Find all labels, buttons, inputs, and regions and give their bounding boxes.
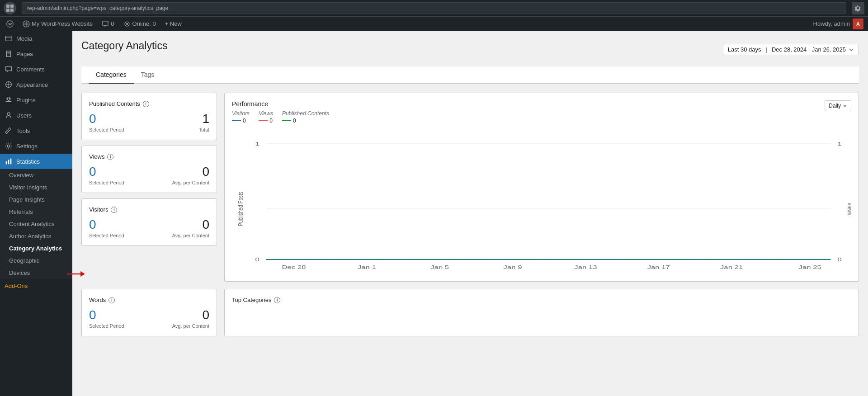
- views-avg: 0 Avg. per Content: [172, 165, 209, 185]
- tab-tags[interactable]: Tags: [134, 66, 162, 84]
- svg-rect-1: [10, 5, 14, 8]
- statistics-arrow: [65, 159, 68, 164]
- svg-rect-12: [6, 161, 7, 164]
- chart-legend: Visitors 0 Views 0: [232, 110, 329, 124]
- svg-text:0: 0: [255, 257, 259, 263]
- submenu-visitor-insights[interactable]: Visitor Insights: [0, 181, 72, 193]
- wp-logo-item[interactable]: W: [2, 17, 18, 31]
- svg-text:Jan 25: Jan 25: [799, 264, 821, 270]
- svg-text:Dec 28: Dec 28: [282, 264, 306, 270]
- statistics-submenu: Overview Visitor Insights Page Insights …: [0, 169, 72, 279]
- interval-select[interactable]: Daily: [825, 100, 851, 111]
- published-contents-values: 0 Selected Period 1 Total: [89, 113, 209, 132]
- sidebar-item-plugins[interactable]: Plugins: [0, 92, 72, 108]
- visitors-info-icon[interactable]: i: [111, 207, 117, 213]
- published-contents-info-icon[interactable]: i: [143, 101, 149, 107]
- svg-rect-3: [10, 9, 14, 12]
- svg-text:Jan 13: Jan 13: [574, 264, 597, 270]
- svg-text:Jan 21: Jan 21: [720, 264, 743, 270]
- submenu-geographic[interactable]: Geographic: [0, 255, 72, 267]
- svg-rect-8: [5, 36, 12, 41]
- user-avatar: A: [853, 19, 863, 29]
- views-title: Views i: [89, 153, 209, 160]
- sidebar-item-appearance[interactable]: Appearance: [0, 77, 72, 92]
- words-period: 0 Selected Period: [89, 309, 124, 329]
- performance-svg: 1 0 1 0 Dec 28 Jan 1 Jan 5 Jan 9 Jan 13 …: [232, 129, 851, 274]
- published-legend-line: [282, 120, 291, 121]
- wp-admin-bar: W My WordPress Website 0 Online: 0 + New…: [0, 16, 868, 31]
- svg-point-11: [7, 145, 9, 147]
- views-info-icon[interactable]: i: [107, 154, 113, 160]
- published-contents-period: 0 Selected Period: [89, 113, 124, 132]
- submenu-referrals[interactable]: Referrals: [0, 206, 72, 218]
- top-categories-info-icon[interactable]: i: [274, 297, 280, 303]
- sidebar-item-users[interactable]: Users: [0, 108, 72, 123]
- legend-published: Published Contents 0: [282, 110, 329, 124]
- page-header: Category Analytics Last 30 days | Dec 28…: [81, 40, 859, 59]
- svg-point-7: [126, 23, 128, 25]
- legend-views: Views 0: [259, 110, 273, 124]
- visitors-period: 0 Selected Period: [89, 218, 124, 238]
- sidebar-item-settings[interactable]: Settings: [0, 138, 72, 154]
- new-item[interactable]: + New: [160, 17, 186, 31]
- published-contents-card: Published Contents i 0 Selected Period 1…: [81, 93, 217, 140]
- chart-title-section: Performance Visitors 0 Views: [232, 100, 329, 124]
- svg-text:0: 0: [838, 257, 842, 263]
- sidebar-item-comments[interactable]: Comments: [0, 61, 72, 77]
- words-info-icon[interactable]: i: [108, 297, 115, 303]
- visitors-title: Visitors i: [89, 206, 209, 213]
- browser-settings-button[interactable]: [852, 2, 864, 14]
- browser-url-bar[interactable]: /wp-admin/admin.php?page=wps_category-an…: [22, 2, 846, 14]
- add-ons-item[interactable]: Add-Ons: [0, 279, 72, 293]
- howdy-item: Howdy, admin A: [809, 19, 868, 29]
- svg-marker-35: [80, 271, 85, 277]
- svg-rect-2: [6, 9, 9, 12]
- svg-text:1: 1: [838, 141, 842, 147]
- svg-text:Jan 5: Jan 5: [430, 264, 449, 270]
- submenu-page-insights[interactable]: Page Insights: [0, 193, 72, 206]
- published-contents-total: 1 Total: [199, 113, 209, 132]
- browser-grid-icon[interactable]: [4, 2, 16, 14]
- sidebar-item-media[interactable]: Media: [0, 31, 72, 46]
- svg-text:Jan 17: Jan 17: [647, 264, 670, 270]
- views-card: Views i 0 Selected Period 0 Avg. per Con…: [81, 146, 217, 193]
- svg-text:Views: Views: [846, 203, 851, 216]
- svg-rect-13: [8, 160, 9, 164]
- submenu-content-analytics[interactable]: Content Analytics: [0, 218, 72, 230]
- submenu-author-analytics[interactable]: Author Analytics: [0, 230, 72, 242]
- sidebar-item-tools[interactable]: Tools: [0, 123, 72, 138]
- submenu-devices[interactable]: Devices: [0, 267, 72, 279]
- legend-visitors: Visitors 0: [232, 110, 250, 124]
- submenu-overview[interactable]: Overview: [0, 169, 72, 181]
- comments-item[interactable]: 0: [97, 17, 118, 31]
- browser-bar: /wp-admin/admin.php?page=wps_category-an…: [0, 0, 868, 16]
- svg-text:Published Posts: Published Posts: [236, 191, 244, 226]
- words-title: Words i: [89, 297, 209, 303]
- svg-text:Jan 1: Jan 1: [358, 264, 376, 270]
- current-page-arrow: [67, 270, 85, 278]
- visitors-legend-line: [232, 120, 241, 121]
- svg-rect-0: [6, 5, 9, 8]
- visitors-card: Visitors i 0 Selected Period 0 Avg. per …: [81, 198, 217, 246]
- chart-header: Performance Visitors 0 Views: [232, 100, 851, 124]
- top-categories-card: Top Categories i: [224, 289, 859, 336]
- online-item[interactable]: Online: 0: [119, 17, 160, 31]
- words-card: Words i 0 Selected Period 0 Avg. per Con…: [81, 289, 217, 336]
- svg-text:W: W: [8, 22, 12, 26]
- words-values: 0 Selected Period 0 Avg. per Content: [89, 309, 209, 329]
- site-name-item[interactable]: My WordPress Website: [18, 17, 97, 31]
- interval-chevron-icon: [843, 104, 847, 108]
- top-categories-title: Top Categories i: [232, 297, 851, 303]
- sidebar-item-statistics[interactable]: Statistics: [0, 154, 72, 169]
- views-period: 0 Selected Period: [89, 165, 124, 185]
- svg-text:1: 1: [255, 141, 259, 147]
- left-stats-cards: Published Contents i 0 Selected Period 1…: [81, 93, 217, 282]
- svg-point-10: [7, 113, 10, 115]
- content-area: Category Analytics Last 30 days | Dec 28…: [72, 31, 868, 396]
- sidebar: Media Pages Comments Appearance Plugins …: [0, 31, 72, 396]
- date-range-selector[interactable]: Last 30 days | Dec 28, 2024 - Jan 26, 20…: [723, 44, 859, 55]
- tab-categories[interactable]: Categories: [89, 66, 134, 84]
- submenu-category-analytics[interactable]: Category Analytics: [0, 242, 72, 255]
- sidebar-item-pages[interactable]: Pages: [0, 46, 72, 61]
- words-avg: 0 Avg. per Content: [172, 309, 209, 329]
